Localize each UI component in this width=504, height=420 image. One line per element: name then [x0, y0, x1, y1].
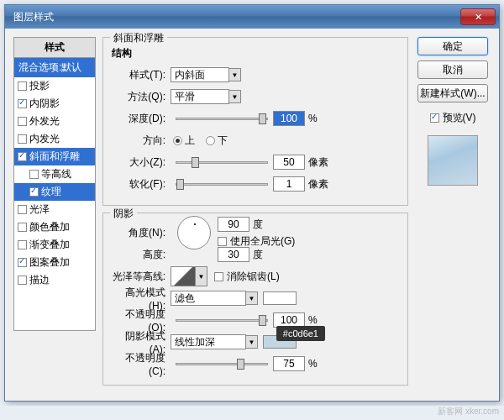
- sidebar-item-10[interactable]: 图案叠加: [14, 254, 95, 271]
- structure-subtitle: 结构: [112, 46, 399, 60]
- sidebar-checkbox[interactable]: [18, 223, 27, 232]
- preview-label: 预览(V): [443, 111, 476, 125]
- sidebar-header: 样式: [14, 38, 95, 58]
- direction-label: 方向:: [112, 134, 171, 148]
- chevron-down-icon[interactable]: ▼: [196, 266, 207, 286]
- sidebar-item-7[interactable]: 光泽: [14, 201, 95, 218]
- technique-label: 方法(Q):: [112, 90, 171, 104]
- sidebar-checkbox[interactable]: [29, 187, 39, 197]
- soften-slider[interactable]: [176, 183, 268, 186]
- angle-wheel[interactable]: [177, 216, 211, 249]
- depth-slider[interactable]: [176, 118, 268, 120]
- soften-unit: 像素: [308, 177, 328, 192]
- style-select[interactable]: 内斜面: [171, 67, 229, 82]
- highlight-color-swatch[interactable]: [263, 291, 297, 305]
- direction-up-radio[interactable]: [173, 136, 182, 145]
- sidebar-item-label: 纹理: [41, 185, 61, 199]
- sidebar-item-label: 颜色叠加: [29, 220, 70, 234]
- antialias-checkbox[interactable]: [214, 272, 223, 281]
- bevel-group: 斜面和浮雕 结构 样式(T): 内斜面▼ 方法(Q): 平滑▼ 深度(D): 1…: [102, 37, 408, 206]
- sidebar-checkbox[interactable]: [18, 81, 27, 91]
- global-light-checkbox[interactable]: [218, 237, 227, 246]
- sidebar-item-8[interactable]: 颜色叠加: [14, 218, 95, 236]
- right-panel: 确定 取消 新建样式(W)... 预览(V): [415, 37, 491, 392]
- sidebar-item-label: 内阴影: [29, 97, 60, 111]
- sidebar: 样式 混合选项:默认 投影内阴影外发光内发光斜面和浮雕等高线纹理光泽颜色叠加渐变…: [13, 37, 96, 392]
- angle-unit: 度: [253, 218, 263, 232]
- sidebar-item-3[interactable]: 内发光: [14, 130, 95, 148]
- contour-label: 光泽等高线:: [112, 270, 171, 284]
- main-panel: 斜面和浮雕 结构 样式(T): 内斜面▼ 方法(Q): 平滑▼ 深度(D): 1…: [102, 37, 408, 392]
- sidebar-item-1[interactable]: 内阴影: [14, 95, 95, 113]
- sopacity-label: 不透明度(C):: [112, 351, 171, 377]
- preview-checkbox[interactable]: [430, 113, 439, 123]
- chevron-down-icon[interactable]: ▼: [246, 291, 258, 305]
- sidebar-item-6[interactable]: 纹理: [14, 183, 95, 201]
- sidebar-checkbox[interactable]: [18, 99, 27, 108]
- sidebar-checkbox[interactable]: [18, 276, 27, 285]
- window-title: 图层样式: [8, 10, 460, 24]
- style-label: 样式(T):: [112, 68, 171, 82]
- pct-unit: %: [308, 314, 318, 326]
- shading-group: 阴影 角度(N): 90 度 使用全局光(G): [102, 213, 408, 386]
- chevron-down-icon[interactable]: ▼: [229, 68, 241, 81]
- sidebar-item-0[interactable]: 投影: [14, 77, 95, 95]
- antialias-label: 消除锯齿(L): [227, 270, 280, 284]
- sidebar-item-label: 渐变叠加: [29, 238, 70, 252]
- sidebar-item-5[interactable]: 等高线: [14, 165, 95, 183]
- color-tooltip: #c0d6e1: [276, 326, 325, 341]
- close-button[interactable]: ✕: [460, 8, 496, 25]
- hmode-select[interactable]: 滤色: [171, 291, 246, 306]
- sidebar-checkbox[interactable]: [18, 152, 27, 161]
- hopacity-slider[interactable]: [176, 319, 268, 322]
- sidebar-item-label: 投影: [29, 79, 50, 93]
- altitude-unit: 度: [253, 248, 263, 262]
- group-title-shading: 阴影: [110, 207, 137, 221]
- altitude-input[interactable]: 30: [218, 247, 249, 262]
- ok-button[interactable]: 确定: [417, 37, 488, 55]
- chevron-down-icon[interactable]: ▼: [246, 335, 258, 349]
- chevron-down-icon[interactable]: ▼: [229, 90, 241, 103]
- sidebar-item-label: 描边: [29, 273, 50, 287]
- sidebar-checkbox[interactable]: [18, 117, 27, 126]
- size-unit: 像素: [308, 155, 328, 170]
- up-label: 上: [185, 134, 195, 148]
- depth-input[interactable]: 100: [273, 111, 305, 126]
- smode-select[interactable]: 线性加深: [171, 334, 246, 349]
- sidebar-item-4[interactable]: 斜面和浮雕: [14, 148, 95, 165]
- sopacity-slider[interactable]: [176, 363, 268, 365]
- depth-unit: %: [308, 113, 318, 124]
- altitude-label: 高度:: [112, 248, 171, 262]
- contour-picker[interactable]: [171, 266, 196, 286]
- cancel-button[interactable]: 取消: [417, 60, 488, 79]
- sidebar-checkbox[interactable]: [18, 258, 27, 267]
- sidebar-item-2[interactable]: 外发光: [14, 113, 95, 130]
- angle-label: 角度(N):: [112, 226, 171, 240]
- soften-input[interactable]: 1: [273, 176, 305, 192]
- group-title-bevel: 斜面和浮雕: [110, 31, 167, 45]
- sidebar-item-11[interactable]: 描边: [14, 271, 95, 289]
- size-input[interactable]: 50: [273, 155, 305, 170]
- new-style-button[interactable]: 新建样式(W)...: [417, 84, 488, 102]
- sidebar-checkbox[interactable]: [29, 170, 39, 179]
- sidebar-checkbox[interactable]: [18, 205, 27, 214]
- sidebar-item-9[interactable]: 渐变叠加: [14, 236, 95, 254]
- sidebar-checkbox[interactable]: [18, 240, 27, 249]
- depth-label: 深度(D):: [112, 112, 171, 126]
- titlebar: 图层样式 ✕: [5, 5, 499, 29]
- preview-swatch: [428, 135, 478, 186]
- sidebar-item-label: 等高线: [41, 167, 71, 181]
- angle-input[interactable]: 90: [218, 217, 249, 232]
- soften-label: 软化(F):: [112, 177, 171, 192]
- sidebar-checkbox[interactable]: [18, 134, 27, 144]
- sidebar-item-label: 图案叠加: [29, 255, 70, 270]
- size-slider[interactable]: [176, 161, 268, 164]
- technique-select[interactable]: 平滑: [171, 89, 229, 104]
- blend-defaults[interactable]: 混合选项:默认: [14, 58, 95, 77]
- sidebar-item-label: 外发光: [29, 114, 60, 129]
- sopacity-input[interactable]: 75: [273, 356, 305, 371]
- down-label: 下: [218, 134, 228, 148]
- direction-down-radio[interactable]: [206, 136, 215, 145]
- sidebar-item-label: 斜面和浮雕: [29, 150, 80, 164]
- sidebar-item-label: 光泽: [29, 202, 50, 217]
